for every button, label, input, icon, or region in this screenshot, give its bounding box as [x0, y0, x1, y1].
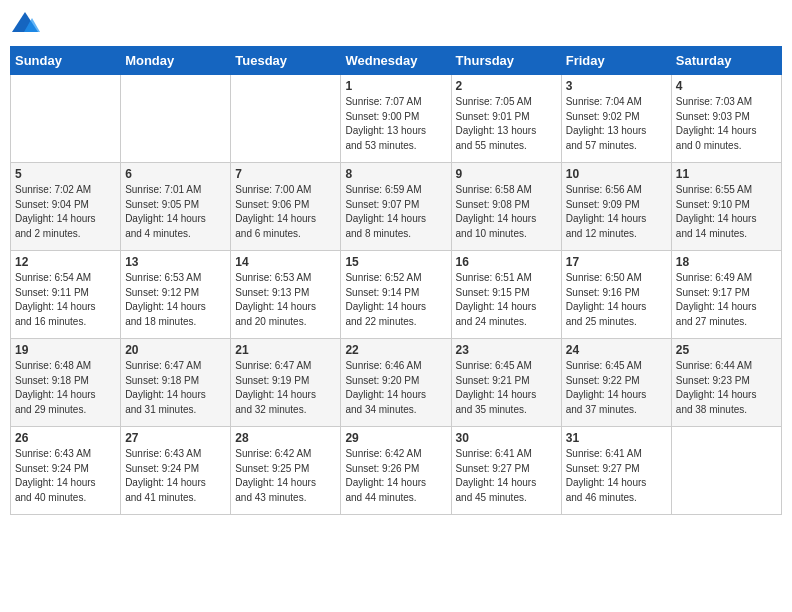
- day-number: 26: [15, 431, 116, 445]
- day-info: Sunrise: 7:05 AM Sunset: 9:01 PM Dayligh…: [456, 95, 557, 153]
- weekday-header-row: SundayMondayTuesdayWednesdayThursdayFrid…: [11, 47, 782, 75]
- day-number: 17: [566, 255, 667, 269]
- calendar-cell: 11Sunrise: 6:55 AM Sunset: 9:10 PM Dayli…: [671, 163, 781, 251]
- calendar-cell: [11, 75, 121, 163]
- day-number: 27: [125, 431, 226, 445]
- day-info: Sunrise: 6:42 AM Sunset: 9:25 PM Dayligh…: [235, 447, 336, 505]
- calendar-cell: 16Sunrise: 6:51 AM Sunset: 9:15 PM Dayli…: [451, 251, 561, 339]
- logo-icon: [10, 10, 40, 40]
- day-info: Sunrise: 6:44 AM Sunset: 9:23 PM Dayligh…: [676, 359, 777, 417]
- calendar-cell: 4Sunrise: 7:03 AM Sunset: 9:03 PM Daylig…: [671, 75, 781, 163]
- calendar-week-row: 5Sunrise: 7:02 AM Sunset: 9:04 PM Daylig…: [11, 163, 782, 251]
- day-number: 4: [676, 79, 777, 93]
- day-info: Sunrise: 6:42 AM Sunset: 9:26 PM Dayligh…: [345, 447, 446, 505]
- day-info: Sunrise: 7:07 AM Sunset: 9:00 PM Dayligh…: [345, 95, 446, 153]
- day-info: Sunrise: 6:51 AM Sunset: 9:15 PM Dayligh…: [456, 271, 557, 329]
- day-number: 30: [456, 431, 557, 445]
- day-number: 31: [566, 431, 667, 445]
- day-info: Sunrise: 6:53 AM Sunset: 9:12 PM Dayligh…: [125, 271, 226, 329]
- day-number: 10: [566, 167, 667, 181]
- calendar-cell: 17Sunrise: 6:50 AM Sunset: 9:16 PM Dayli…: [561, 251, 671, 339]
- day-info: Sunrise: 6:53 AM Sunset: 9:13 PM Dayligh…: [235, 271, 336, 329]
- day-info: Sunrise: 6:52 AM Sunset: 9:14 PM Dayligh…: [345, 271, 446, 329]
- day-number: 9: [456, 167, 557, 181]
- day-number: 23: [456, 343, 557, 357]
- calendar-cell: 31Sunrise: 6:41 AM Sunset: 9:27 PM Dayli…: [561, 427, 671, 515]
- calendar-cell: 28Sunrise: 6:42 AM Sunset: 9:25 PM Dayli…: [231, 427, 341, 515]
- calendar-cell: 1Sunrise: 7:07 AM Sunset: 9:00 PM Daylig…: [341, 75, 451, 163]
- calendar-cell: 23Sunrise: 6:45 AM Sunset: 9:21 PM Dayli…: [451, 339, 561, 427]
- day-info: Sunrise: 6:43 AM Sunset: 9:24 PM Dayligh…: [15, 447, 116, 505]
- day-info: Sunrise: 7:02 AM Sunset: 9:04 PM Dayligh…: [15, 183, 116, 241]
- day-number: 2: [456, 79, 557, 93]
- calendar-week-row: 26Sunrise: 6:43 AM Sunset: 9:24 PM Dayli…: [11, 427, 782, 515]
- day-number: 14: [235, 255, 336, 269]
- calendar-cell: 19Sunrise: 6:48 AM Sunset: 9:18 PM Dayli…: [11, 339, 121, 427]
- logo: [10, 10, 44, 40]
- day-info: Sunrise: 6:49 AM Sunset: 9:17 PM Dayligh…: [676, 271, 777, 329]
- weekday-header-saturday: Saturday: [671, 47, 781, 75]
- day-info: Sunrise: 6:59 AM Sunset: 9:07 PM Dayligh…: [345, 183, 446, 241]
- day-info: Sunrise: 7:00 AM Sunset: 9:06 PM Dayligh…: [235, 183, 336, 241]
- day-number: 21: [235, 343, 336, 357]
- calendar-body: 1Sunrise: 7:07 AM Sunset: 9:00 PM Daylig…: [11, 75, 782, 515]
- calendar-cell: 30Sunrise: 6:41 AM Sunset: 9:27 PM Dayli…: [451, 427, 561, 515]
- day-number: 22: [345, 343, 446, 357]
- day-number: 16: [456, 255, 557, 269]
- weekday-header-sunday: Sunday: [11, 47, 121, 75]
- calendar-cell: 10Sunrise: 6:56 AM Sunset: 9:09 PM Dayli…: [561, 163, 671, 251]
- day-info: Sunrise: 6:41 AM Sunset: 9:27 PM Dayligh…: [566, 447, 667, 505]
- day-number: 19: [15, 343, 116, 357]
- day-info: Sunrise: 6:45 AM Sunset: 9:22 PM Dayligh…: [566, 359, 667, 417]
- day-number: 15: [345, 255, 446, 269]
- day-number: 20: [125, 343, 226, 357]
- day-info: Sunrise: 6:48 AM Sunset: 9:18 PM Dayligh…: [15, 359, 116, 417]
- calendar-cell: 22Sunrise: 6:46 AM Sunset: 9:20 PM Dayli…: [341, 339, 451, 427]
- day-info: Sunrise: 7:01 AM Sunset: 9:05 PM Dayligh…: [125, 183, 226, 241]
- day-number: 18: [676, 255, 777, 269]
- calendar-cell: 9Sunrise: 6:58 AM Sunset: 9:08 PM Daylig…: [451, 163, 561, 251]
- day-number: 12: [15, 255, 116, 269]
- weekday-header-wednesday: Wednesday: [341, 47, 451, 75]
- day-number: 29: [345, 431, 446, 445]
- weekday-header-monday: Monday: [121, 47, 231, 75]
- day-info: Sunrise: 6:41 AM Sunset: 9:27 PM Dayligh…: [456, 447, 557, 505]
- day-number: 7: [235, 167, 336, 181]
- calendar-cell: 24Sunrise: 6:45 AM Sunset: 9:22 PM Dayli…: [561, 339, 671, 427]
- calendar-cell: 13Sunrise: 6:53 AM Sunset: 9:12 PM Dayli…: [121, 251, 231, 339]
- day-info: Sunrise: 6:47 AM Sunset: 9:19 PM Dayligh…: [235, 359, 336, 417]
- calendar-cell: 25Sunrise: 6:44 AM Sunset: 9:23 PM Dayli…: [671, 339, 781, 427]
- calendar-cell: [671, 427, 781, 515]
- calendar-week-row: 1Sunrise: 7:07 AM Sunset: 9:00 PM Daylig…: [11, 75, 782, 163]
- calendar-cell: 8Sunrise: 6:59 AM Sunset: 9:07 PM Daylig…: [341, 163, 451, 251]
- day-info: Sunrise: 6:47 AM Sunset: 9:18 PM Dayligh…: [125, 359, 226, 417]
- calendar-cell: 2Sunrise: 7:05 AM Sunset: 9:01 PM Daylig…: [451, 75, 561, 163]
- header: [10, 10, 782, 40]
- day-info: Sunrise: 6:55 AM Sunset: 9:10 PM Dayligh…: [676, 183, 777, 241]
- day-number: 28: [235, 431, 336, 445]
- day-number: 1: [345, 79, 446, 93]
- calendar-header: SundayMondayTuesdayWednesdayThursdayFrid…: [11, 47, 782, 75]
- day-info: Sunrise: 6:54 AM Sunset: 9:11 PM Dayligh…: [15, 271, 116, 329]
- calendar-cell: [121, 75, 231, 163]
- weekday-header-tuesday: Tuesday: [231, 47, 341, 75]
- calendar-cell: 18Sunrise: 6:49 AM Sunset: 9:17 PM Dayli…: [671, 251, 781, 339]
- calendar-cell: 20Sunrise: 6:47 AM Sunset: 9:18 PM Dayli…: [121, 339, 231, 427]
- day-info: Sunrise: 6:43 AM Sunset: 9:24 PM Dayligh…: [125, 447, 226, 505]
- day-number: 25: [676, 343, 777, 357]
- day-info: Sunrise: 6:58 AM Sunset: 9:08 PM Dayligh…: [456, 183, 557, 241]
- calendar-cell: 21Sunrise: 6:47 AM Sunset: 9:19 PM Dayli…: [231, 339, 341, 427]
- day-info: Sunrise: 6:46 AM Sunset: 9:20 PM Dayligh…: [345, 359, 446, 417]
- calendar-table: SundayMondayTuesdayWednesdayThursdayFrid…: [10, 46, 782, 515]
- day-number: 3: [566, 79, 667, 93]
- calendar-cell: 29Sunrise: 6:42 AM Sunset: 9:26 PM Dayli…: [341, 427, 451, 515]
- page-container: SundayMondayTuesdayWednesdayThursdayFrid…: [10, 10, 782, 515]
- weekday-header-friday: Friday: [561, 47, 671, 75]
- day-info: Sunrise: 6:56 AM Sunset: 9:09 PM Dayligh…: [566, 183, 667, 241]
- calendar-cell: 12Sunrise: 6:54 AM Sunset: 9:11 PM Dayli…: [11, 251, 121, 339]
- day-number: 5: [15, 167, 116, 181]
- day-info: Sunrise: 7:03 AM Sunset: 9:03 PM Dayligh…: [676, 95, 777, 153]
- calendar-cell: 26Sunrise: 6:43 AM Sunset: 9:24 PM Dayli…: [11, 427, 121, 515]
- day-info: Sunrise: 6:45 AM Sunset: 9:21 PM Dayligh…: [456, 359, 557, 417]
- calendar-cell: 6Sunrise: 7:01 AM Sunset: 9:05 PM Daylig…: [121, 163, 231, 251]
